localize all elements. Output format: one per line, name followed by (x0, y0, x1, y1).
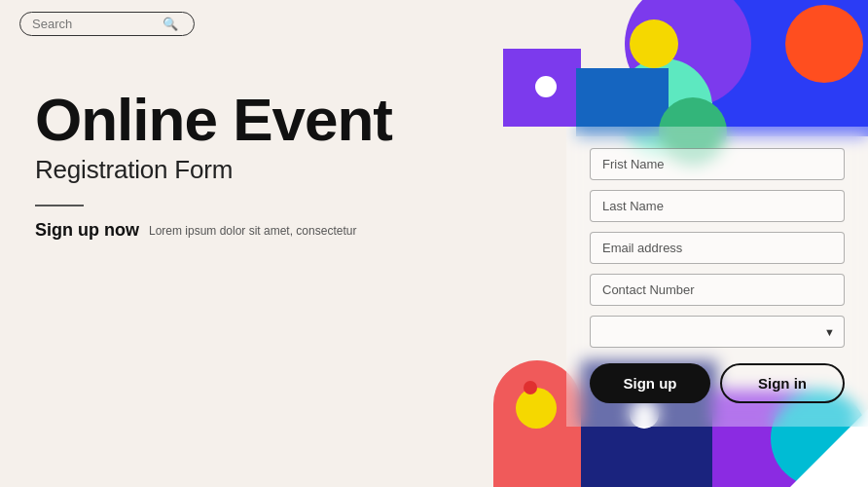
signup-now-label: Sign up now (35, 220, 139, 241)
last-name-input[interactable] (590, 190, 845, 222)
email-field (590, 232, 845, 264)
registration-form: Option 1 Option 2 Option 3 ▼ Sign up Sig… (566, 127, 868, 427)
shape-white-dot-top (535, 76, 557, 97)
signin-button[interactable]: Sign in (720, 363, 845, 403)
left-content: Online Event Registration Form Sign up n… (35, 88, 424, 241)
contact-field (590, 274, 845, 306)
search-input[interactable] (32, 17, 159, 31)
form-buttons: Sign up Sign in (590, 363, 845, 403)
search-box[interactable]: 🔍 (19, 12, 195, 36)
shape-yellow-circle-top (630, 19, 678, 68)
main-title: Online Event (35, 88, 424, 151)
subtitle: Registration Form (35, 155, 424, 185)
email-input[interactable] (590, 232, 845, 264)
dropdown-select[interactable]: Option 1 Option 2 Option 3 (590, 316, 845, 348)
first-name-field (590, 148, 845, 180)
shape-yellow-circle-bottom (516, 388, 557, 429)
last-name-field (590, 190, 845, 222)
first-name-input[interactable] (590, 148, 845, 180)
shape-red-dot-bottom (524, 381, 537, 394)
lorem-text: Lorem ipsum dolor sit amet, consectetur (149, 224, 356, 238)
shape-orange-circle (785, 5, 863, 83)
search-icon: 🔍 (163, 17, 178, 31)
signup-now-row: Sign up now Lorem ipsum dolor sit amet, … (35, 220, 424, 241)
signup-button[interactable]: Sign up (590, 363, 710, 403)
divider (35, 205, 84, 206)
contact-input[interactable] (590, 274, 845, 306)
dropdown-field: Option 1 Option 2 Option 3 ▼ (590, 316, 845, 348)
